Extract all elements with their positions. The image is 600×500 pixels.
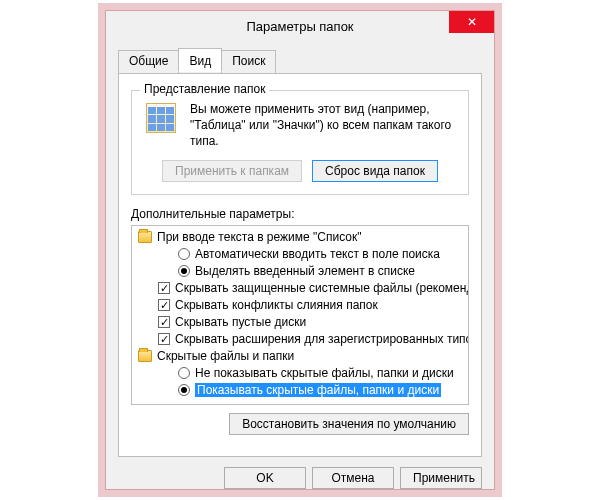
tab-view[interactable]: Вид — [178, 48, 222, 72]
folder-icon — [138, 231, 152, 243]
advanced-settings-tree[interactable]: При вводе текста в режиме "Список" Автом… — [131, 225, 469, 405]
folder-icon — [138, 350, 152, 362]
folder-options-dialog: Параметры папок ✕ Общие Вид Поиск Предст… — [105, 10, 495, 490]
tree-option-select-typed[interactable]: Выделять введенный элемент в списке — [134, 263, 466, 280]
tree-option-auto-search[interactable]: Автоматически вводить текст в поле поиск… — [134, 246, 466, 263]
ok-button[interactable]: OK — [224, 467, 306, 489]
apply-to-folders-button: Применить к папкам — [162, 160, 302, 182]
tab-panel-view: Представление папок Вы можете применить … — [118, 73, 482, 457]
reset-folders-button[interactable]: Сброс вида папок — [312, 160, 438, 182]
radio-icon — [178, 367, 190, 379]
folder-views-desc: Вы можете применить этот вид (например, … — [190, 101, 456, 150]
tab-search[interactable]: Поиск — [221, 50, 276, 74]
dialog-body: Общие Вид Поиск Представление папок Вы м… — [106, 41, 494, 489]
checkbox-icon — [158, 316, 170, 328]
radio-icon — [178, 384, 190, 396]
apply-button[interactable]: Применить — [400, 467, 482, 489]
advanced-settings-label: Дополнительные параметры: — [131, 207, 469, 221]
cancel-button[interactable]: Отмена — [312, 467, 394, 489]
restore-defaults-button[interactable]: Восстановить значения по умолчанию — [229, 413, 469, 435]
checkbox-icon — [158, 299, 170, 311]
dialog-footer: OK Отмена Применить — [118, 457, 482, 489]
tree-check-hide-protected[interactable]: Скрывать защищенные системные файлы (рек… — [134, 280, 466, 297]
tree-group-hidden-files: Скрытые файлы и папки — [134, 348, 466, 365]
folder-views-group: Представление папок Вы можете применить … — [131, 90, 469, 195]
title-bar: Параметры папок ✕ — [106, 11, 494, 41]
close-button[interactable]: ✕ — [449, 11, 494, 33]
checkbox-icon — [158, 333, 170, 345]
close-icon: ✕ — [467, 15, 477, 29]
radio-icon — [178, 248, 190, 260]
tree-check-hide-merge[interactable]: Скрывать конфликты слияния папок — [134, 297, 466, 314]
window-title: Параметры папок — [246, 19, 353, 34]
tab-general[interactable]: Общие — [118, 50, 179, 74]
folder-view-icon — [144, 101, 182, 139]
tab-strip: Общие Вид Поиск — [118, 50, 482, 74]
radio-icon — [178, 265, 190, 277]
folder-views-group-title: Представление папок — [140, 82, 269, 96]
tree-option-show-hidden[interactable]: Показывать скрытые файлы, папки и диски — [134, 382, 466, 399]
tree-group-list-input: При вводе текста в режиме "Список" — [134, 229, 466, 246]
checkbox-icon — [158, 282, 170, 294]
tree-check-hide-ext[interactable]: Скрывать расширения для зарегистрированн… — [134, 331, 466, 348]
tree-option-dont-show-hidden[interactable]: Не показывать скрытые файлы, папки и дис… — [134, 365, 466, 382]
tree-check-hide-empty[interactable]: Скрывать пустые диски — [134, 314, 466, 331]
